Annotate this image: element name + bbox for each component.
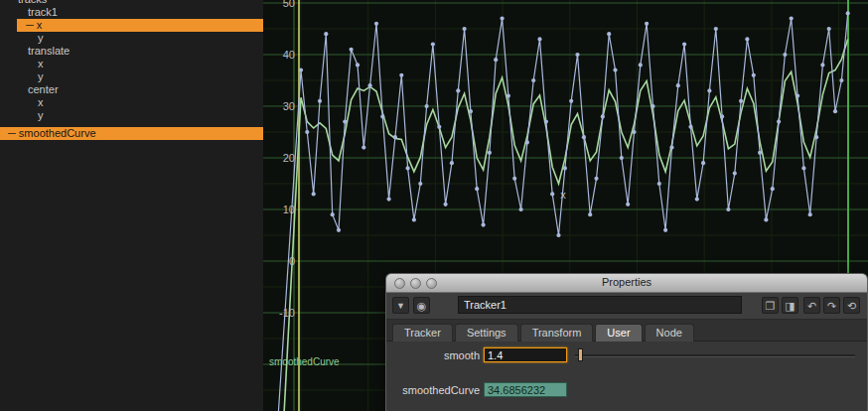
keyframe-point[interactable] — [569, 99, 573, 103]
keyframe-point[interactable] — [707, 88, 711, 92]
revert-button[interactable]: ⟲ — [843, 297, 860, 314]
keyframe-point[interactable] — [839, 78, 843, 82]
keyframe-point[interactable] — [350, 48, 354, 52]
keyframe-point[interactable] — [501, 17, 505, 21]
keyframe-point[interactable] — [639, 63, 643, 67]
keyframe-point[interactable] — [771, 187, 775, 191]
keyframe-point[interactable] — [645, 22, 649, 26]
keyframe-point[interactable] — [324, 32, 328, 36]
keyframe-point[interactable] — [745, 37, 749, 41]
keyframe-point[interactable] — [632, 130, 636, 134]
keyframe-point[interactable] — [833, 109, 837, 113]
tree-item-x[interactable]: ─ x — [0, 19, 263, 32]
keyframe-point[interactable] — [374, 22, 378, 26]
keyframe-point[interactable] — [682, 43, 686, 47]
tree-item-x[interactable]: x — [0, 96, 263, 109]
keyframe-point[interactable] — [412, 217, 416, 221]
keyframe-point[interactable] — [318, 99, 322, 103]
center-node-button[interactable]: ◉ — [413, 297, 430, 314]
keyframe-point[interactable] — [563, 166, 567, 170]
keyframe-point[interactable] — [519, 207, 523, 211]
tab-settings[interactable]: Settings — [455, 324, 518, 342]
keyframe-point[interactable] — [343, 120, 347, 124]
tree-item-translate[interactable]: translate — [0, 45, 263, 58]
tab-node[interactable]: Node — [645, 324, 694, 342]
keyframe-point[interactable] — [463, 27, 467, 31]
keyframe-point[interactable] — [399, 73, 403, 77]
keyframe-point[interactable] — [801, 166, 805, 170]
tab-user[interactable]: User — [595, 324, 642, 342]
keyframe-point[interactable] — [582, 135, 586, 139]
keyframe-point[interactable] — [663, 228, 667, 232]
smooth-input[interactable] — [484, 347, 567, 362]
tree-item-center[interactable]: center — [0, 83, 263, 96]
keyframe-point[interactable] — [506, 94, 510, 98]
keyframe-point[interactable] — [814, 135, 818, 139]
keyframe-point[interactable] — [588, 212, 592, 216]
keyframe-point[interactable] — [305, 130, 309, 134]
keyframe-point[interactable] — [418, 182, 422, 186]
undo-button[interactable]: ↶ — [803, 297, 820, 314]
keyframe-point[interactable] — [337, 228, 341, 232]
keyframe-point[interactable] — [312, 192, 316, 196]
split-layout-button[interactable]: ◨ — [782, 297, 798, 314]
keyframe-point[interactable] — [714, 27, 718, 31]
keyframe-point[interactable] — [626, 203, 630, 206]
keyframe-point[interactable] — [444, 203, 448, 206]
keyframe-point[interactable] — [475, 187, 479, 191]
keyframe-point[interactable] — [450, 161, 454, 165]
keyframe-point[interactable] — [620, 156, 624, 160]
smoothed-curve-value[interactable]: 34.6856232 — [484, 382, 567, 397]
keyframe-point[interactable] — [669, 146, 673, 150]
tree-item-x[interactable]: x — [0, 58, 263, 70]
keyframe-point[interactable] — [356, 63, 360, 67]
keyframe-point[interactable] — [387, 198, 391, 202]
collapse-panel-button[interactable]: ▼ — [392, 297, 409, 314]
tree-item-y[interactable]: y — [0, 109, 263, 122]
tree-item-smoothedCurve[interactable]: ─ smoothedCurve — [0, 127, 263, 140]
tree-item-track1[interactable]: track1 — [0, 6, 263, 19]
keyframe-point[interactable] — [425, 104, 429, 108]
keyframe-point[interactable] — [431, 43, 435, 47]
keyframe-point[interactable] — [739, 99, 743, 103]
float-panel-button[interactable]: ❐ — [762, 297, 779, 314]
keyframe-point[interactable] — [299, 68, 303, 72]
keyframe-point[interactable] — [601, 114, 605, 118]
tab-tracker[interactable]: Tracker — [392, 324, 453, 342]
keyframe-point[interactable] — [575, 53, 579, 57]
keyframe-point[interactable] — [720, 114, 724, 118]
keyframe-point[interactable] — [437, 125, 441, 129]
keyframe-point[interactable] — [512, 177, 516, 181]
keyframe-point[interactable] — [783, 53, 787, 57]
keyframe-point[interactable] — [808, 212, 812, 216]
keyframe-point[interactable] — [846, 11, 850, 15]
keyframe-point[interactable] — [544, 120, 548, 124]
keyframe-point[interactable] — [777, 120, 781, 124]
keyframe-point[interactable] — [482, 223, 486, 227]
keyframe-point[interactable] — [531, 78, 535, 82]
keyframe-point[interactable] — [651, 104, 654, 108]
redo-button[interactable]: ↷ — [823, 297, 840, 314]
keyframe-point[interactable] — [362, 146, 365, 150]
keyframe-point[interactable] — [393, 135, 397, 139]
keyframe-point[interactable] — [556, 233, 560, 237]
keyframe-point[interactable] — [790, 17, 794, 21]
keyframe-point[interactable] — [796, 94, 799, 98]
smooth-slider-track[interactable] — [575, 354, 855, 357]
keyframe-point[interactable] — [469, 109, 473, 113]
keyframe-point[interactable] — [827, 27, 831, 31]
keyframe-point[interactable] — [701, 161, 705, 165]
tree-item-y[interactable]: y — [0, 32, 263, 45]
keyframe-point[interactable] — [607, 32, 611, 36]
smooth-slider-handle[interactable] — [578, 348, 583, 361]
keyframe-point[interactable] — [525, 140, 529, 144]
keyframe-point[interactable] — [752, 73, 756, 77]
keyframe-point[interactable] — [406, 166, 410, 170]
keyframe-point[interactable] — [820, 63, 824, 67]
keyframe-point[interactable] — [758, 151, 762, 155]
tree-item-y[interactable]: y — [0, 70, 263, 83]
keyframe-point[interactable] — [537, 37, 541, 41]
keyframe-point[interactable] — [695, 198, 699, 202]
keyframe-point[interactable] — [688, 125, 692, 129]
keyframe-point[interactable] — [764, 217, 768, 221]
